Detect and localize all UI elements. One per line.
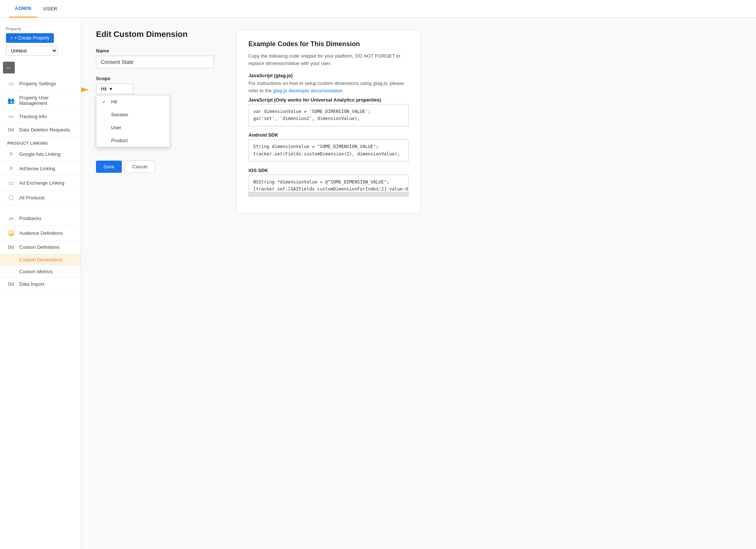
page-title: Edit Custom Dimension <box>96 30 214 39</box>
scope-label: Scope <box>96 76 214 81</box>
property-label: Property <box>6 27 75 31</box>
scope-dropdown: ✓ Hit Session User <box>96 95 170 147</box>
arrow-indicator <box>81 84 92 95</box>
sidebar-item-data-deletion[interactable]: Dd Data Deletion Requests <box>0 123 81 137</box>
sidebar-item-tracking-info[interactable]: <> Tracking Info <box>0 110 81 123</box>
google-ads-icon: ≡ <box>7 151 15 157</box>
gtag-doc-link[interactable]: gtag.js developer documentation <box>273 88 342 93</box>
top-nav: ADMIN USER <box>0 0 756 18</box>
custom-definitions-icon: Dd <box>7 245 15 250</box>
sidebar-item-postbacks[interactable]: ⇌ Postbacks <box>0 211 81 226</box>
adsense-icon: ≡ <box>7 165 15 172</box>
content-panels: Edit Custom Dimension Name Scope <box>96 30 741 213</box>
ad-exchange-icon: ▭ <box>7 179 15 186</box>
postbacks-icon: ⇌ <box>7 215 15 222</box>
sidebar-item-all-products[interactable]: ⬡ All Products <box>0 191 81 205</box>
data-import-icon: Dd <box>7 282 15 287</box>
property-select-wrapper: UnNest <box>6 46 75 56</box>
js-ua-code-block: var dimensionValue = 'SOME_DIMENSION_VAL… <box>248 104 409 126</box>
right-panel-description: Copy the following code snippet for your… <box>248 52 409 67</box>
sidebar-item-property-settings[interactable]: ▭ Property Settings <box>0 76 81 91</box>
name-form-group: Name <box>96 48 214 68</box>
sidebar-item-google-ads[interactable]: ≡ Google Ads Linking <box>0 147 81 161</box>
sidebar-item-property-user-management[interactable]: 👥 Property User Management <box>0 91 81 110</box>
sidebar-subitem-custom-metrics[interactable]: Custom Metrics <box>0 266 81 278</box>
right-panel: Example Codes for This Dimension Copy th… <box>236 30 421 213</box>
scope-option-user[interactable]: User <box>96 121 169 134</box>
name-label: Name <box>96 48 214 54</box>
cancel-button[interactable]: Cancel <box>125 161 155 173</box>
scope-option-session[interactable]: Session <box>96 108 169 121</box>
property-select[interactable]: UnNest <box>6 46 58 56</box>
scope-dropdown-button[interactable]: Hit ▾ <box>96 83 133 94</box>
back-button[interactable]: ← <box>3 62 15 73</box>
nav-user[interactable]: USER <box>37 0 63 18</box>
android-sdk-code-block: String dimensionValue = "SOME_DIMENSION_… <box>248 139 409 161</box>
name-input[interactable] <box>96 56 214 68</box>
sidebar-item-adsense[interactable]: ≡ AdSense Linking <box>0 161 81 176</box>
sidebar-property-section: Property + + Create Property UnNest <box>0 24 81 62</box>
property-settings-icon: ▭ <box>7 80 15 87</box>
data-deletion-icon: Dd <box>7 127 15 133</box>
sidebar-item-audience-definitions[interactable]: 🔱 Audience Definitions <box>0 226 81 241</box>
sidebar-subitem-custom-dimensions[interactable]: Custom Dimensions <box>0 254 81 266</box>
edit-form-container: Edit Custom Dimension Name Scope <box>96 30 214 173</box>
sidebar-item-data-import[interactable]: Dd Data Import <box>0 278 81 291</box>
ios-sdk-section-title: iOS SDK <box>248 168 409 173</box>
user-management-icon: 👥 <box>7 97 15 104</box>
scope-container: Hit ▾ ✓ Hit Session <box>96 83 214 94</box>
android-sdk-section-title: Android SDK <box>248 132 409 138</box>
audience-definitions-icon: 🔱 <box>7 230 15 237</box>
create-property-button[interactable]: + + Create Property <box>6 33 54 43</box>
all-products-icon: ⬡ <box>7 194 15 201</box>
dropdown-chevron-icon: ▾ <box>110 86 112 92</box>
js-ua-section-title: JavaScript (Only works for Universal Ana… <box>248 97 409 103</box>
scope-option-hit[interactable]: ✓ Hit <box>96 95 169 108</box>
main-layout: Property + + Create Property UnNest ← ▭ … <box>0 18 756 549</box>
gtag-section-desc: For instructions on how to setup custom … <box>248 80 409 94</box>
sidebar-item-custom-definitions[interactable]: Dd Custom Definitions <box>0 241 81 254</box>
save-button[interactable]: Save <box>96 161 122 173</box>
right-panel-title: Example Codes for This Dimension <box>248 40 409 48</box>
form-actions: Save Cancel <box>96 161 214 173</box>
gtag-section-title: JavaScript (gtag.js) <box>248 73 409 78</box>
nav-admin[interactable]: ADMIN <box>9 0 37 18</box>
tracking-info-icon: <> <box>7 114 15 119</box>
ios-sdk-code-block: NSString *dimensionValue = @"SOME_DIMENS… <box>248 175 409 197</box>
scope-option-product[interactable]: Product <box>96 134 169 147</box>
product-linking-section-label: PRODUCT LINKING <box>0 137 81 147</box>
sidebar-item-ad-exchange[interactable]: ▭ Ad Exchange Linking <box>0 176 81 191</box>
scope-form-group: Scope <box>96 76 214 94</box>
content-area: Edit Custom Dimension Name Scope <box>81 18 756 549</box>
sidebar: Property + + Create Property UnNest ← ▭ … <box>0 18 81 549</box>
